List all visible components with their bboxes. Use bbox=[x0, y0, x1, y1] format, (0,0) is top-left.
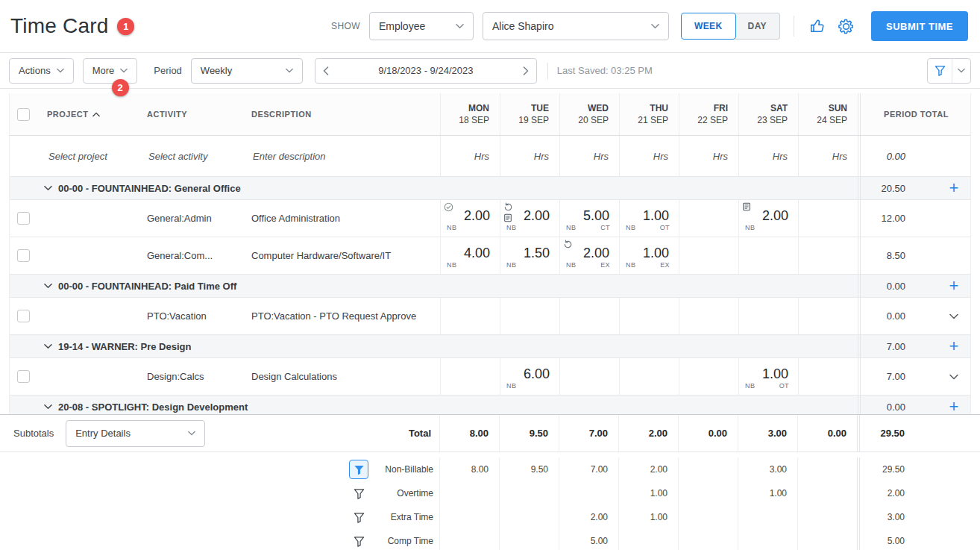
hours-cell-thu[interactable]: 1.00NBOT bbox=[619, 200, 679, 237]
project-group-row[interactable]: 00-00 - FOUNTAINHEAD: General Office20.5… bbox=[10, 177, 970, 200]
hours-cell-tue[interactable]: 2.00NB bbox=[500, 200, 559, 237]
column-header-description[interactable]: DESCRIPTION bbox=[247, 93, 440, 135]
show-type-select[interactable]: Employee bbox=[369, 12, 474, 40]
hours-cell-sun[interactable] bbox=[798, 358, 858, 395]
row-checkbox[interactable] bbox=[17, 310, 30, 322]
description-cell[interactable]: PTO:Vacation - PTO Request Approve bbox=[247, 298, 440, 334]
hours-cell-tue[interactable]: 6.00NB bbox=[500, 358, 559, 395]
hours-cell-thu[interactable]: 1.00NBEX bbox=[619, 237, 679, 274]
filter-funnel-icon[interactable] bbox=[349, 460, 368, 479]
row-checkbox[interactable] bbox=[17, 370, 30, 383]
expand-row-button[interactable] bbox=[949, 313, 958, 319]
hours-cell-sat[interactable]: 1.00NBOT bbox=[738, 358, 798, 395]
previous-period-button[interactable] bbox=[315, 59, 336, 83]
column-header-tue[interactable]: TUE19 SEP bbox=[500, 93, 559, 135]
filter-funnel-icon[interactable] bbox=[928, 65, 952, 76]
column-header-sat[interactable]: SAT23 SEP bbox=[738, 93, 798, 135]
day-toggle-button[interactable]: DAY bbox=[735, 13, 780, 40]
activity-cell[interactable]: General:Com... bbox=[142, 237, 247, 274]
project-group-row[interactable]: 00-00 - FOUNTAINHEAD: Paid Time Off0.00+ bbox=[10, 275, 970, 298]
description-cell[interactable]: Design Calculations bbox=[247, 358, 440, 395]
hours-cell-thu[interactable] bbox=[619, 358, 679, 395]
hours-cell-sat[interactable]: 2.00NB bbox=[738, 200, 798, 237]
hours-input-mon[interactable]: Hrs bbox=[440, 136, 500, 176]
hours-cell-tue[interactable] bbox=[500, 298, 559, 334]
subtotals-mode-select[interactable]: Entry Details bbox=[66, 420, 205, 447]
column-header-activity[interactable]: ACTIVITY bbox=[142, 93, 247, 135]
hours-cell-fri[interactable] bbox=[679, 298, 738, 334]
hours-cell-mon[interactable] bbox=[440, 298, 500, 334]
column-header-sun[interactable]: SUN24 SEP bbox=[798, 93, 858, 135]
filter-funnel-icon[interactable] bbox=[349, 484, 368, 503]
hours-cell-wed[interactable]: 2.00NBEX bbox=[559, 237, 619, 274]
description-cell[interactable]: Computer Hardware/Software/IT bbox=[247, 237, 440, 274]
row-period-total: 0.00 bbox=[861, 310, 936, 322]
row-checkbox[interactable] bbox=[17, 249, 30, 262]
next-period-button[interactable] bbox=[515, 59, 536, 83]
hours-cell-sat[interactable] bbox=[738, 237, 798, 274]
row-checkbox[interactable] bbox=[17, 212, 30, 225]
add-entry-button[interactable]: + bbox=[949, 339, 959, 354]
hours-cell-mon[interactable]: 2.00NB bbox=[440, 200, 500, 237]
select-activity-field[interactable]: Select activity bbox=[142, 136, 247, 176]
add-entry-button[interactable]: + bbox=[949, 181, 959, 196]
hours-cell-wed[interactable] bbox=[559, 358, 619, 395]
select-all-checkbox[interactable] bbox=[17, 108, 30, 121]
hours-cell-wed[interactable] bbox=[559, 298, 619, 334]
chevron-down-icon[interactable] bbox=[952, 68, 970, 73]
hours-input-tue[interactable]: Hrs bbox=[500, 136, 559, 176]
activity-cell[interactable]: General:Admin bbox=[142, 200, 247, 237]
employee-select[interactable]: Alice Shapiro bbox=[483, 12, 669, 40]
hours-input-wed[interactable]: Hrs bbox=[559, 136, 619, 176]
sort-ascending-icon bbox=[92, 112, 100, 117]
more-button[interactable]: More 2 bbox=[83, 58, 138, 84]
column-header-thu[interactable]: THU21 SEP bbox=[619, 93, 679, 135]
select-project-field[interactable]: Select project bbox=[43, 136, 142, 176]
column-header-fri[interactable]: FRI22 SEP bbox=[679, 93, 738, 135]
hours-cell-mon[interactable]: 4.00NB bbox=[440, 237, 500, 274]
filter-funnel-icon[interactable] bbox=[349, 531, 368, 550]
column-header-mon[interactable]: MON18 SEP bbox=[440, 93, 500, 135]
week-toggle-button[interactable]: WEEK bbox=[681, 13, 736, 40]
hours-input-fri[interactable]: Hrs bbox=[679, 136, 738, 176]
date-range-value[interactable]: 9/18/2023 - 9/24/2023 bbox=[336, 65, 515, 76]
chevron-down-icon bbox=[44, 404, 52, 410]
hours-cell-fri[interactable] bbox=[679, 200, 738, 237]
hours-cell-tue[interactable]: 1.50NB bbox=[500, 237, 559, 274]
hours-cell-mon[interactable] bbox=[440, 358, 500, 395]
hour-type-tags: NB bbox=[500, 382, 559, 391]
column-header-project[interactable]: PROJECT bbox=[43, 93, 142, 135]
activity-cell[interactable]: PTO:Vacation bbox=[142, 298, 247, 334]
filter-funnel-icon[interactable] bbox=[349, 507, 368, 527]
hours-cell-wed[interactable]: 5.00NBCT bbox=[559, 200, 619, 237]
project-group-row[interactable]: 19-14 - WARNER: Pre Design7.00+ bbox=[10, 335, 970, 358]
employee-select-value: Alice Shapiro bbox=[492, 20, 554, 32]
activity-cell[interactable]: Design:Calcs bbox=[142, 358, 247, 395]
breakdown-row: Non-Billable8.009.507.002.003.0029.50 bbox=[9, 457, 971, 481]
thumbs-up-icon[interactable] bbox=[808, 16, 827, 36]
hours-input-thu[interactable]: Hrs bbox=[619, 136, 679, 176]
add-entry-button[interactable]: + bbox=[949, 399, 959, 414]
project-group-row[interactable]: 20-08 - SPOTLIGHT: Design Development0.0… bbox=[10, 396, 970, 414]
column-header-wed[interactable]: WED20 SEP bbox=[559, 93, 619, 135]
hours-input-sat[interactable]: Hrs bbox=[738, 136, 798, 176]
hours-cell-thu[interactable] bbox=[619, 298, 679, 334]
hours-input-sun[interactable]: Hrs bbox=[798, 136, 858, 176]
submit-time-button[interactable]: SUBMIT TIME bbox=[871, 11, 968, 41]
description-cell[interactable]: Office Administration bbox=[247, 200, 440, 237]
add-entry-button[interactable]: + bbox=[949, 278, 959, 293]
hours-cell-sun[interactable] bbox=[798, 298, 858, 334]
period-select[interactable]: Weekly bbox=[191, 58, 303, 84]
hours-cell-fri[interactable] bbox=[679, 237, 738, 274]
divider bbox=[794, 16, 794, 37]
hours-cell-sun[interactable] bbox=[798, 237, 858, 274]
breakdown-label: Comp Time bbox=[368, 536, 439, 546]
hours-cell-sun[interactable] bbox=[798, 200, 858, 237]
settings-gear-icon[interactable] bbox=[836, 16, 856, 37]
enter-description-field[interactable]: Enter description bbox=[247, 136, 440, 176]
actions-button[interactable]: Actions bbox=[9, 58, 74, 84]
hours-cell-sat[interactable] bbox=[738, 298, 798, 334]
expand-row-button[interactable] bbox=[949, 374, 958, 380]
hours-cell-fri[interactable] bbox=[679, 358, 738, 395]
total-label: Total bbox=[409, 428, 439, 439]
